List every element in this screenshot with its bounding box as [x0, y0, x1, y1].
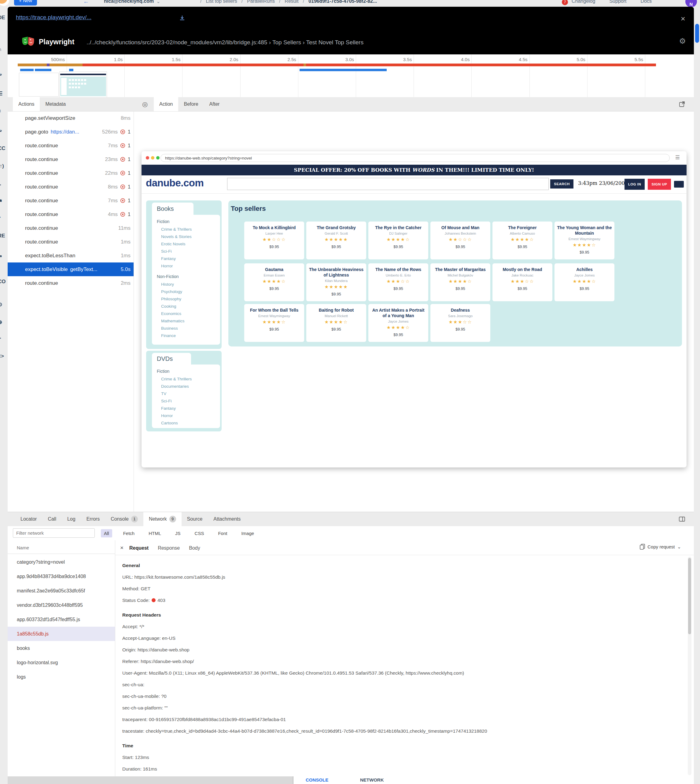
- book-card[interactable]: AchillesJayce Jomes★★★★☆$9.95: [555, 263, 614, 301]
- request-tab-request[interactable]: Request: [129, 545, 148, 551]
- book-card[interactable]: Of Mouse and ManJohannes Beckstein★★☆☆☆$…: [430, 221, 490, 260]
- tab-after[interactable]: After: [204, 97, 225, 111]
- book-card[interactable]: To Mock a KillingbirdLarper Hee★★☆☆☆$9.9…: [244, 221, 304, 260]
- tab-network[interactable]: Network9: [143, 512, 182, 526]
- request-tab-response[interactable]: Response: [158, 545, 180, 551]
- category-link[interactable]: Crime & Thrillers: [161, 376, 220, 383]
- search-button[interactable]: SEARCH: [550, 179, 573, 188]
- cart-icon[interactable]: [674, 181, 684, 188]
- action-row[interactable]: route.continue8ms1: [13, 180, 133, 194]
- footer-console-tab[interactable]: CONSOLE: [306, 777, 328, 782]
- book-card[interactable]: Mostly on the RoadJake Rockuac★★★☆☆$9.95: [492, 263, 552, 301]
- scrollbar-thumb[interactable]: [688, 558, 691, 634]
- book-card[interactable]: The ForeignerAlberto Camuso★★★★☆$9.95: [492, 221, 552, 260]
- trace-timeline[interactable]: 500ms1.0s1.5s2.0s2.5s3.0s3.5s4.0s4.5s5.0…: [8, 54, 694, 97]
- category-link[interactable]: Cartoons: [161, 419, 220, 427]
- book-card[interactable]: DeafnessSara Josemago★★★☆☆$9.95: [430, 304, 490, 342]
- action-row[interactable]: route.continue1ms: [13, 235, 133, 249]
- action-row[interactable]: page.setViewportSize8ms: [13, 111, 133, 125]
- footer-network-tab[interactable]: NETWORK: [360, 777, 384, 782]
- action-link[interactable]: https://dan...: [51, 129, 80, 135]
- site-search-input[interactable]: [227, 178, 549, 190]
- filter-chip-font[interactable]: Font: [215, 529, 230, 538]
- book-card[interactable]: The Rye in the CatcherDJ Salinger★★★★☆$9…: [368, 221, 428, 260]
- back-arrow-icon[interactable]: ←: [83, 0, 89, 5]
- browser-menu-icon[interactable]: ☰: [675, 154, 680, 161]
- category-link[interactable]: Novels & Stories: [161, 233, 220, 240]
- network-file-row[interactable]: app.9d4b843873d4ba9dce1408: [8, 569, 115, 584]
- target-icon[interactable]: ◎: [142, 100, 148, 108]
- film-thumbnail-blank[interactable]: [19, 73, 59, 97]
- books-tab[interactable]: Books: [152, 203, 193, 215]
- trace-share-link[interactable]: https://trace.playwright.dev/...: [16, 14, 92, 21]
- book-card[interactable]: For Whom the Ball TellsErnest Waymingway…: [244, 304, 304, 342]
- category-link[interactable]: Fantasy: [161, 255, 220, 263]
- category-link[interactable]: Economics: [161, 310, 220, 318]
- tab-before[interactable]: Before: [178, 97, 203, 111]
- book-card[interactable]: Baiting for RobotManuel Rickett★★★★☆$9.9…: [306, 304, 366, 342]
- detail-scrollbar[interactable]: [688, 557, 692, 775]
- network-file-row[interactable]: logs: [8, 670, 115, 684]
- tab-action[interactable]: Action: [154, 97, 178, 111]
- network-file-row[interactable]: books: [8, 641, 115, 655]
- action-row[interactable]: route.continue22ms1: [13, 166, 133, 180]
- category-link[interactable]: Philosophy: [161, 295, 220, 303]
- action-row[interactable]: route.continue2ms: [13, 276, 133, 290]
- action-row[interactable]: route.continue7ms1: [13, 194, 133, 208]
- topbar-link-docs[interactable]: Docs: [640, 0, 652, 4]
- tab-attachments[interactable]: Attachments: [208, 512, 246, 526]
- book-card[interactable]: The Master of MargaritasMichel Bulgakòv★…: [430, 263, 490, 301]
- notification-badge[interactable]: 7: [562, 0, 568, 5]
- action-row[interactable]: route.continue7ms1: [13, 139, 133, 153]
- book-card[interactable]: The Name of the RowsUmberto E. Erto★★★☆☆…: [368, 263, 428, 301]
- address-bar[interactable]: https://danube-web.shop/category?string=…: [160, 154, 670, 162]
- tab-errors[interactable]: Errors: [81, 512, 105, 526]
- book-card[interactable]: The Grand GrotsbyGerald F. Scott★★★★★$9.…: [306, 221, 366, 260]
- account-menu[interactable]: nica@checklyhq.com ⌄: [104, 0, 160, 4]
- close-request-icon[interactable]: ×: [120, 544, 123, 551]
- category-link[interactable]: Erotic Novels: [161, 240, 220, 248]
- signup-button[interactable]: SIGN UP: [648, 179, 671, 190]
- open-external-icon[interactable]: [678, 101, 685, 109]
- filter-chip-fetch[interactable]: Fetch: [120, 529, 138, 538]
- filter-chip-css[interactable]: CSS: [192, 529, 207, 538]
- tab-source[interactable]: Source: [182, 512, 208, 526]
- category-link[interactable]: Cooking: [161, 303, 220, 310]
- new-check-button[interactable]: + New: [14, 0, 37, 5]
- book-card[interactable]: An Artist Makes a Portrait of a Young Ma…: [368, 304, 428, 342]
- category-link[interactable]: TV: [161, 390, 220, 398]
- book-card[interactable]: The Unbearable Heaviness of LightnessKil…: [306, 263, 366, 301]
- book-card[interactable]: GautamaErman Essen★★★★☆$9.95: [244, 263, 304, 301]
- breadcrumb-item[interactable]: List top sellers: [206, 0, 237, 4]
- avatar[interactable]: N: [685, 0, 697, 7]
- category-link[interactable]: Psychology: [161, 288, 220, 295]
- breadcrumb-item[interactable]: Result: [285, 0, 298, 4]
- category-link[interactable]: Finance: [161, 332, 220, 340]
- category-link[interactable]: Mathematics: [161, 318, 220, 325]
- category-link[interactable]: Fantasy: [161, 405, 220, 412]
- filter-chip-js[interactable]: JS: [172, 529, 184, 538]
- tab-console[interactable]: Console1: [105, 512, 143, 526]
- network-file-row[interactable]: category?string=novel: [8, 555, 115, 569]
- category-link[interactable]: Sci-Fi: [161, 398, 220, 405]
- close-icon[interactable]: ×: [681, 15, 685, 23]
- action-row[interactable]: route.continue4ms1: [13, 208, 133, 221]
- filter-chip-all[interactable]: All: [101, 529, 112, 538]
- tab-call[interactable]: Call: [42, 512, 62, 526]
- dvds-tab[interactable]: DVDs: [152, 353, 191, 365]
- category-link[interactable]: Business: [161, 325, 220, 332]
- copy-request-button[interactable]: Copy request ⌄: [640, 544, 681, 550]
- filter-chip-html[interactable]: HTML: [145, 529, 164, 538]
- category-link[interactable]: Documentaries: [161, 383, 220, 390]
- network-file-row[interactable]: logo-horizontal.svg: [8, 655, 115, 670]
- network-file-row[interactable]: vendor.d3bf129603c448bff595: [8, 598, 115, 612]
- action-row[interactable]: expect.toBeVisiblegetByText...5.0s: [8, 263, 133, 276]
- request-tab-body[interactable]: Body: [189, 545, 200, 551]
- toggle-panel-icon[interactable]: [678, 516, 685, 524]
- gear-icon[interactable]: ⚙: [679, 37, 686, 45]
- site-logo[interactable]: danube.com: [146, 177, 203, 189]
- tab-actions[interactable]: Actions: [13, 97, 40, 111]
- film-thumbnail-page[interactable]: [59, 72, 107, 98]
- topbar-link-support[interactable]: Support: [609, 0, 626, 4]
- breadcrumb-item[interactable]: ParallelRuns: [247, 0, 275, 4]
